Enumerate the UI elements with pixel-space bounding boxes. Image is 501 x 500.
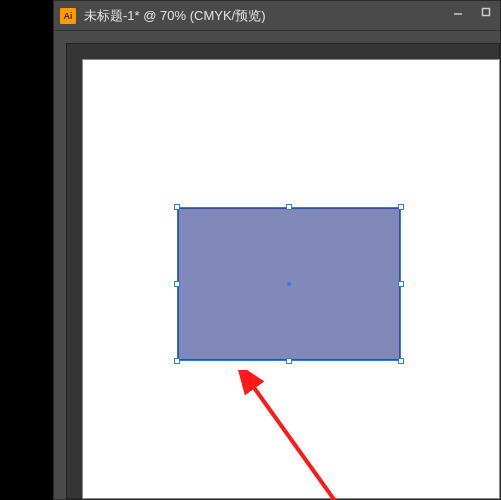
artboard[interactable]	[83, 60, 499, 498]
workspace-area	[66, 43, 500, 499]
document-title: 未标题-1* @ 70% (CMYK/预览)	[84, 7, 494, 25]
document-window: Ai 未标题-1* @ 70% (CMYK/预览)	[53, 0, 501, 500]
minimize-button[interactable]	[444, 1, 472, 23]
window-controls	[444, 1, 500, 23]
annotation-arrow-icon	[238, 370, 358, 500]
rectangle-shape[interactable]	[178, 208, 400, 360]
maximize-button[interactable]	[472, 1, 500, 23]
title-bar[interactable]: Ai 未标题-1* @ 70% (CMYK/预览)	[54, 1, 500, 31]
illustrator-app-icon: Ai	[60, 8, 76, 24]
svg-rect-1	[483, 9, 490, 16]
svg-line-2	[250, 382, 338, 500]
